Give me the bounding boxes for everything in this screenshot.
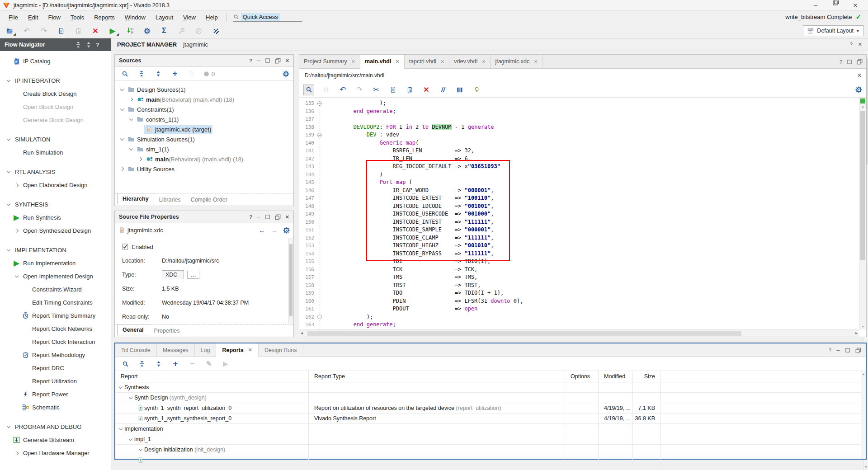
sources-panel-header[interactable]: Sources ?─✕ bbox=[115, 55, 293, 67]
collapse-all-icon[interactable] bbox=[137, 69, 146, 79]
flow-item-generate-bitstream[interactable]: Generate Bitstream bbox=[0, 433, 111, 446]
settings-gear-icon[interactable] bbox=[142, 26, 152, 36]
editor-tab-jtagmimic-xdc[interactable]: jtagmimic.xdc✕ bbox=[491, 55, 542, 68]
close-icon[interactable]: ✕ bbox=[440, 59, 444, 65]
tree-item-main[interactable]: main(Behavioral) (main.vhdl) (18) bbox=[115, 154, 293, 164]
maximize-icon[interactable] bbox=[265, 58, 270, 63]
editor-tab-main-vhdl[interactable]: main.vhdl✕ bbox=[360, 55, 405, 69]
format-columns-icon[interactable] bbox=[455, 85, 465, 95]
collapse-all-icon[interactable] bbox=[137, 359, 147, 369]
back-arrow-icon[interactable]: ← bbox=[259, 226, 265, 234]
copy-icon[interactable] bbox=[56, 26, 66, 36]
sources-tab-hierarchy[interactable]: Hierarchy bbox=[117, 193, 154, 204]
close-icon[interactable]: ✕ bbox=[285, 58, 289, 64]
sources-tab-libraries[interactable]: Libraries bbox=[154, 193, 186, 206]
sigma-icon[interactable]: Σ bbox=[159, 26, 169, 36]
sources-tab-compile-order[interactable]: Compile Order bbox=[186, 193, 232, 206]
minimize-icon[interactable]: ─ bbox=[257, 58, 260, 63]
scroll-right-icon[interactable]: ▸ bbox=[855, 330, 858, 335]
menu-tools[interactable]: Tools bbox=[66, 12, 89, 23]
column-header-report-type[interactable]: Report Type bbox=[309, 371, 565, 382]
cut-icon[interactable]: ✂ bbox=[371, 85, 381, 95]
column-header-size[interactable]: Size bbox=[633, 371, 661, 382]
flow-item-report-utilization[interactable]: Report Utilization bbox=[0, 375, 111, 388]
flow-item-report-clock-networks[interactable]: Report Clock Networks bbox=[0, 322, 111, 335]
menu-view[interactable]: View bbox=[178, 12, 201, 23]
expand-all-icon[interactable] bbox=[153, 69, 163, 79]
help-icon[interactable]: ? bbox=[829, 348, 831, 353]
tree-item-jtagmimic-xdc-target[interactable]: jtagmimic.xdc (target) bbox=[115, 124, 293, 134]
help-icon[interactable]: ? bbox=[249, 214, 252, 220]
results-tab-reports[interactable]: Reports✕ bbox=[216, 343, 258, 357]
editor-tab-project-summary[interactable]: Project Summary✕ bbox=[299, 55, 360, 68]
tree-item-constrs-1[interactable]: constrs_1 (1) bbox=[115, 114, 293, 124]
quick-access-input[interactable]: Quick Access bbox=[233, 13, 302, 22]
menu-reports[interactable]: Reports bbox=[89, 12, 120, 23]
help-icon[interactable]: ? bbox=[96, 42, 99, 47]
tree-item-design-sources[interactable]: Design Sources (1) bbox=[115, 85, 293, 94]
gear-icon[interactable] bbox=[283, 227, 290, 234]
flow-item-report-drc[interactable]: Report DRC bbox=[0, 362, 111, 375]
flow-item-run-simulation[interactable]: Run Simulation bbox=[0, 146, 111, 159]
code-area[interactable]: 135− );136 end generate;137138 DEVLOOP2:… bbox=[299, 98, 859, 329]
editor-horizontal-scrollbar[interactable]: ◂ ▸ bbox=[299, 329, 859, 337]
reports-scrollbar[interactable]: ▴ bbox=[861, 371, 866, 459]
column-header-options[interactable]: Options bbox=[565, 371, 599, 382]
run-icon[interactable]: ▶◢ bbox=[108, 26, 118, 36]
scroll-down-icon[interactable]: ▾ bbox=[864, 465, 868, 469]
menu-help[interactable]: Help bbox=[201, 12, 223, 23]
editor-vertical-scrollbar[interactable]: ▴ ▾ bbox=[859, 98, 866, 329]
gear-icon[interactable] bbox=[855, 86, 862, 93]
debug-link-icon[interactable] bbox=[193, 26, 203, 36]
flow-item-create-block-design[interactable]: Create Block Design bbox=[0, 87, 111, 100]
close-icon[interactable]: ✕ bbox=[248, 347, 252, 353]
lightbulb-icon[interactable] bbox=[472, 85, 481, 95]
redo-icon[interactable]: ↷ bbox=[39, 26, 49, 36]
run-play-icon[interactable]: ▶ bbox=[221, 359, 231, 369]
paste-icon[interactable] bbox=[405, 85, 415, 95]
close-icon[interactable]: ✕ bbox=[533, 59, 538, 65]
debug-probe-icon[interactable] bbox=[176, 26, 186, 36]
properties-tab-general[interactable]: General bbox=[117, 324, 149, 335]
flow-item-report-power[interactable]: Report Power bbox=[0, 388, 111, 401]
tree-item-simulation-sources[interactable]: Simulation Sources (1) bbox=[115, 134, 293, 144]
menu-edit[interactable]: Edit bbox=[23, 12, 43, 23]
report-row-synthesis[interactable]: Synthesis bbox=[115, 382, 866, 393]
flow-item-ip-catalog[interactable]: IPIP Catalog bbox=[0, 55, 111, 68]
column-header-report[interactable]: Report bbox=[115, 371, 309, 382]
scroll-up-icon[interactable]: ▴ bbox=[859, 104, 866, 108]
maximize-icon[interactable] bbox=[265, 214, 270, 220]
flow-section-implementation[interactable]: IMPLEMENTATION bbox=[0, 244, 111, 257]
flow-item-report-timing-summary[interactable]: Report Timing Summary bbox=[0, 309, 111, 322]
save-icon[interactable] bbox=[321, 85, 331, 95]
flow-item-schematic[interactable]: Schematic bbox=[0, 401, 111, 414]
minimize-icon[interactable]: ─ bbox=[257, 214, 260, 220]
float-icon[interactable] bbox=[275, 214, 281, 220]
paste-icon[interactable] bbox=[73, 26, 83, 36]
menu-layout[interactable]: Layout bbox=[151, 12, 178, 23]
search-icon[interactable] bbox=[304, 85, 314, 95]
flow-item-open-implemented-design[interactable]: Open Implemented Design bbox=[0, 270, 111, 283]
help-doc-icon[interactable]: ? bbox=[187, 69, 197, 79]
results-tab-design-runs[interactable]: Design Runs bbox=[259, 343, 303, 357]
close-icon[interactable]: ✕ bbox=[845, 0, 865, 10]
add-icon[interactable]: + bbox=[170, 69, 180, 79]
editor-tab-tapctrl-vhdl[interactable]: tapctrl.vhdl✕ bbox=[405, 55, 450, 68]
report-row-partial[interactable] bbox=[115, 455, 866, 465]
minimize-icon[interactable]: ─ bbox=[836, 348, 840, 353]
layout-selector[interactable]: Default Layout ▾ bbox=[803, 25, 863, 36]
scroll-up-icon[interactable]: ▴ bbox=[861, 372, 866, 376]
flow-section-ip-integrator[interactable]: IP INTEGRATOR bbox=[0, 74, 111, 87]
delete-icon[interactable]: ✕ bbox=[90, 26, 100, 36]
comment-icon[interactable]: // bbox=[438, 85, 448, 95]
close-icon[interactable]: ✕ bbox=[351, 59, 355, 65]
report-row-synth-1-synth-synthesis-report-0[interactable]: synth_1_synth_synthesis_report_0 Vivado … bbox=[115, 414, 866, 424]
tree-item-utility-sources[interactable]: Utility Sources bbox=[115, 164, 293, 174]
maximize-icon[interactable] bbox=[847, 59, 852, 65]
column-header-modified[interactable]: Modified bbox=[599, 371, 633, 382]
close-icon[interactable]: ✕ bbox=[395, 59, 399, 65]
menu-flow[interactable]: Flow bbox=[43, 12, 65, 23]
ellipsis-button[interactable]: … bbox=[187, 271, 199, 279]
report-row-impl-1[interactable]: impl_1 bbox=[115, 434, 866, 445]
maximize-icon[interactable] bbox=[826, 0, 845, 10]
